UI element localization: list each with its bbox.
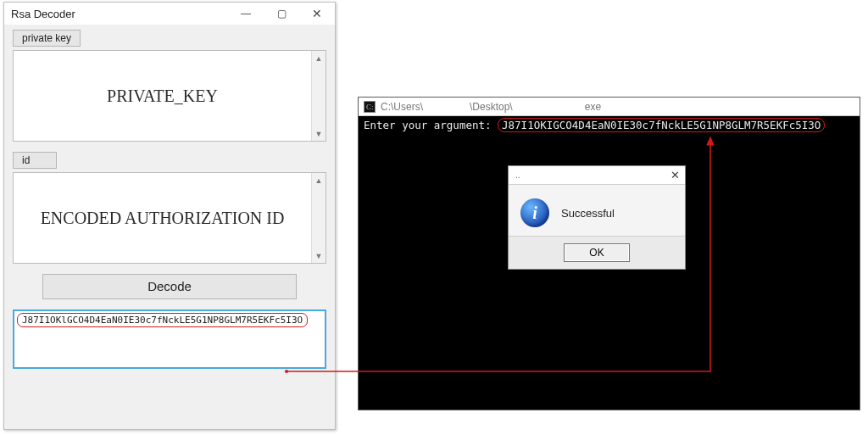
console-title-prefix: C:\Users\	[381, 101, 423, 113]
console-title-mid: \Desktop\	[470, 101, 513, 113]
info-icon: i	[520, 198, 549, 227]
result-textbox[interactable]: J87I1OKlGCO4D4EaN0IE30c7fNckLE5G1NP8GLM7…	[13, 310, 326, 369]
console-window: C: C:\Users\ \Desktop\ exe Enter your ar…	[358, 97, 860, 410]
maximize-button[interactable]: ▢	[264, 3, 299, 25]
decoder-title: Rsa Decoder	[11, 8, 228, 20]
dialog-footer: OK	[509, 236, 685, 269]
svg-text:C:: C:	[366, 103, 374, 111]
console-body[interactable]: Enter your argument: J87I1OKIGCO4D4EaN0I…	[359, 116, 860, 410]
id-textbox[interactable]: ENCODED AUTHORIZATION ID ▲ ▼	[13, 172, 326, 264]
scroll-down-icon[interactable]: ▼	[312, 126, 326, 141]
scroll-up-icon[interactable]: ▲	[312, 173, 326, 187]
scroll-track[interactable]	[312, 187, 326, 248]
console-titlebar[interactable]: C: C:\Users\ \Desktop\ exe	[359, 98, 860, 116]
console-title-suffix: exe	[585, 101, 601, 113]
console-argument: J87I1OKIGCO4D4EaN0IE30c7fNckLE5G1NP8GLM7…	[498, 118, 825, 132]
cmd-icon: C:	[364, 101, 376, 113]
minimize-button[interactable]: —	[228, 3, 264, 25]
decoder-body: private key PRIVATE_KEY ▲ ▼ id ENCODED A…	[4, 25, 335, 377]
console-prompt: Enter your argument:	[364, 119, 492, 131]
dialog-message: Successful	[561, 207, 615, 220]
id-value[interactable]: ENCODED AUTHORIZATION ID	[14, 173, 311, 263]
dialog-close-button[interactable]: ✕	[670, 169, 680, 181]
id-label[interactable]: id	[13, 152, 57, 169]
window-controls: — ▢ ✕	[228, 3, 335, 25]
close-button[interactable]: ✕	[299, 3, 335, 25]
scrollbar[interactable]: ▲ ▼	[311, 173, 326, 263]
dialog-titlebar[interactable]: .. ✕	[509, 166, 685, 185]
scroll-down-icon[interactable]: ▼	[312, 248, 326, 263]
result-value[interactable]: J87I1OKlGCO4D4EaN0IE30c7fNckLE5G1NP8GLM7…	[17, 313, 308, 327]
rsa-decoder-window: Rsa Decoder — ▢ ✕ private key PRIVATE_KE…	[3, 2, 336, 430]
decoder-titlebar[interactable]: Rsa Decoder — ▢ ✕	[4, 3, 335, 25]
dialog-ok-button[interactable]: OK	[564, 243, 630, 262]
decode-button[interactable]: Decode	[42, 274, 297, 299]
private-key-label[interactable]: private key	[13, 30, 81, 47]
console-line: Enter your argument: J87I1OKIGCO4D4EaN0I…	[364, 119, 854, 131]
dialog-body: i Successful	[509, 185, 685, 236]
private-key-textbox[interactable]: PRIVATE_KEY ▲ ▼	[13, 50, 326, 142]
dialog-title-dots: ..	[509, 170, 520, 180]
scroll-up-icon[interactable]: ▲	[312, 51, 326, 65]
private-key-value[interactable]: PRIVATE_KEY	[14, 51, 311, 141]
scrollbar[interactable]: ▲ ▼	[311, 51, 326, 141]
message-dialog: .. ✕ i Successful OK	[508, 165, 686, 270]
scroll-track[interactable]	[312, 65, 326, 126]
